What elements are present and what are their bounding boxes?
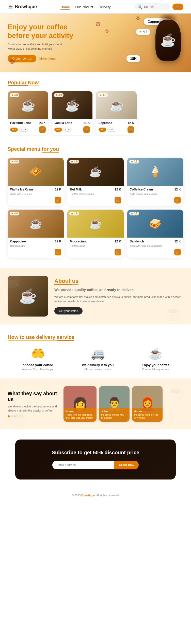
more-menu-button[interactable]: More menu [39,57,56,60]
navbar: ☕ Brewtique Home Our Product Delivery 🔍 … [0,0,191,13]
subscribe-form: Order now [52,461,139,469]
logo-icon: ☕ [8,4,13,10]
cart-button[interactable]: 🛒 [172,4,183,10]
bean-deco-2: 🫘 [104,28,110,34]
add-to-cart-2[interactable]: 🛒 [83,126,90,133]
special-grid: 🧇 ★ 4.8 Waffle Ice Crem 12 K Waffle with… [8,158,183,258]
subscribe-order-button[interactable]: Order now [114,461,139,469]
testimonial-1-overlay: Noura I really love the cappucino, the c… [63,408,97,422]
testimonials-dots [8,415,58,417]
about-section: ☕ ☕ ☕ About us We provide quality coffee… [0,268,191,324]
star-icon: ★ [139,30,142,34]
popular-card-2-rating: ★ 4.8 [54,93,63,97]
popular-card-3-rating: ★ 4.8 [98,93,108,97]
add-to-cart-3[interactable]: 🛒 [128,126,134,133]
special-menu-section: Special menu for you 🧇 ★ 4.8 Waffle Ice … [0,144,191,266]
delivery-steps: 🤲 choose your coffee there are 20+ coffe… [8,347,183,371]
nav-home[interactable]: Home [60,5,70,10]
special-card-2-rating: ★ 4.8 [69,160,79,163]
nav-delivery[interactable]: Delivery [99,5,111,9]
dot-3[interactable] [14,415,16,417]
popular-card-2-body: Vanilla Latte 21 K Hot Cold 🛒 [52,119,92,135]
hero-rating-badge: ★ 4.8 [136,29,150,35]
special-card-3-body: Coffe Ice Cream 12 K Coffe with ice crea… [127,186,183,206]
add-special-1[interactable]: 🛒 [55,197,61,203]
testimonial-card-2: 👨‍💼 John the coffee shop is very conveni… [99,386,130,422]
hot-tag-3[interactable]: Hot [99,128,106,132]
testimonial-1-text: I really love the cappucino, the coffee … [66,413,94,420]
special-card-3-rating: ★ 4.8 [129,160,139,163]
about-tagline: We provide quality coffee, and ready to … [54,287,183,293]
star-icon: ★ [11,94,13,97]
testimonial-3-text: the coffee menu here is very much [134,413,161,420]
dot-2[interactable] [11,415,13,417]
bean-deco-3: 🫘 [10,59,15,64]
delivery-section: How to use delivery service 🤲 choose you… [0,327,191,378]
testimonials-title: What they say about us [8,391,58,402]
testimonial-card-1: 👩 Noura I really love the cappucino, the… [63,386,97,422]
bean-deco-1: 🫘 [94,20,102,28]
testimonials-left: What they say about us We always provide… [8,391,58,417]
testimonial-3-name: Azura [134,410,161,413]
subscribe-wrapper: Subscribe to get 50% discount price Orde… [0,429,191,490]
add-special-6[interactable]: 🛒 [174,249,181,255]
add-special-3[interactable]: 🛒 [174,197,181,203]
cold-tag-2[interactable]: Cold [63,128,72,132]
footer-text: © 2023 Brewtique. All rights reserved. [4,494,187,497]
special-card-6-body: Sandwich 12 K bread with meat and vegeta… [127,238,183,258]
subscribe-email-input[interactable] [52,461,114,469]
special-card-4-rating: ★ 4.8 [10,212,19,215]
delivery-step-3: ☕ Enjoy your coffee Choose delivery serv… [142,347,169,371]
subscribe-title: Subscribe to get 50% discount price [23,450,168,456]
testimonial-2-text: the coffee shop is very convenient [101,413,128,420]
delivery-title: How to use delivery service [8,334,183,341]
logo-text: Brewtique [15,4,37,9]
add-special-5[interactable]: 🛒 [115,249,121,255]
subscribe-section: Subscribe to get 50% discount price Orde… [15,440,176,479]
hot-tag-1[interactable]: Hot [10,128,18,132]
popular-card-3-tags: Hot Cold [99,128,116,132]
hero-sold-badge: 18K [126,55,140,62]
hero-buttons: Order now 🌙 More menu [8,55,89,62]
step-2-desc: Choose delivery service [82,368,114,371]
nav-our-product[interactable]: Our Product [75,5,93,9]
search-input[interactable] [144,5,167,9]
footer: © 2023 Brewtique. All rights reserved. [0,490,191,501]
special-card-1-rating: ★ 4.8 [10,160,19,163]
popular-card-1-rating: ★ 4.8 [10,93,19,97]
hot-tag-2[interactable]: Hot [54,128,62,132]
testimonials-section: ☕ ☕ What they say about us We always pro… [0,378,191,429]
cold-tag-1[interactable]: Cold [19,128,28,132]
step-3-desc: Choose delivery service [142,368,169,371]
popular-section: Popular Now ☕ ★ 4.8 Hazelnut Latte 23 K … [0,72,191,144]
add-to-cart-1[interactable]: 🛒 [39,126,46,133]
nav-links: Home Our Product Delivery [60,5,110,9]
special-card-5: ☕ ★ 4.8 Moccacinno 12 K Hot Moccacino 🛒 [67,210,123,258]
add-special-4[interactable]: 🛒 [55,249,61,255]
choose-coffee-icon: 🤲 [22,347,54,360]
special-card-4: ☕ ★ 4.8 Cappucino 12 K Hot Cappucino 🛒 [8,210,64,258]
hero-product-image: ☕ [150,16,186,64]
testimonial-card-3: 👩‍🦰 Azura the coffee menu here is very m… [132,386,163,422]
hero-section: Enjoy your coffee before your activity B… [0,13,191,72]
special-card-5-rating: ★ 4.8 [69,212,79,215]
special-card-1-body: Waffle Ice Crem 12 K Waffle with ice cre… [8,186,64,206]
popular-card-1-body: Hazelnut Latte 23 K Hot Cold 🛒 [8,119,48,135]
enjoy-coffee-icon: ☕ [142,347,169,360]
testimonial-1-name: Noura [66,410,94,413]
popular-card-2-tags: Hot Cold [54,128,72,132]
special-card-2: ☕ ★ 4.8 Hot Milk 12 K Hot Milk with less… [67,158,123,206]
cold-tag-3[interactable]: Cold [107,128,116,132]
special-card-3: 🍦 ★ 4.8 Coffe Ice Cream 12 K Coffe with … [127,158,183,206]
delivery-step-2: 🚐 we delivery it to you Choose delivery … [82,347,114,371]
hero-content: Enjoy your coffee before your activity B… [8,23,89,62]
get-coffee-button[interactable]: Get your coffee [54,307,83,314]
about-title: About us [54,278,183,285]
popular-card-3-body: Espresso 12 K Hot Cold 🛒 [96,119,137,135]
star-icon: ★ [55,94,58,97]
about-image: ☕ [8,276,48,317]
dot-1[interactable] [8,415,10,417]
add-special-2[interactable]: 🛒 [115,197,121,203]
special-card-5-body: Moccacinno 12 K Hot Moccacino 🛒 [67,238,123,258]
testimonial-3-overlay: Azura the coffee menu here is very much [132,408,163,422]
